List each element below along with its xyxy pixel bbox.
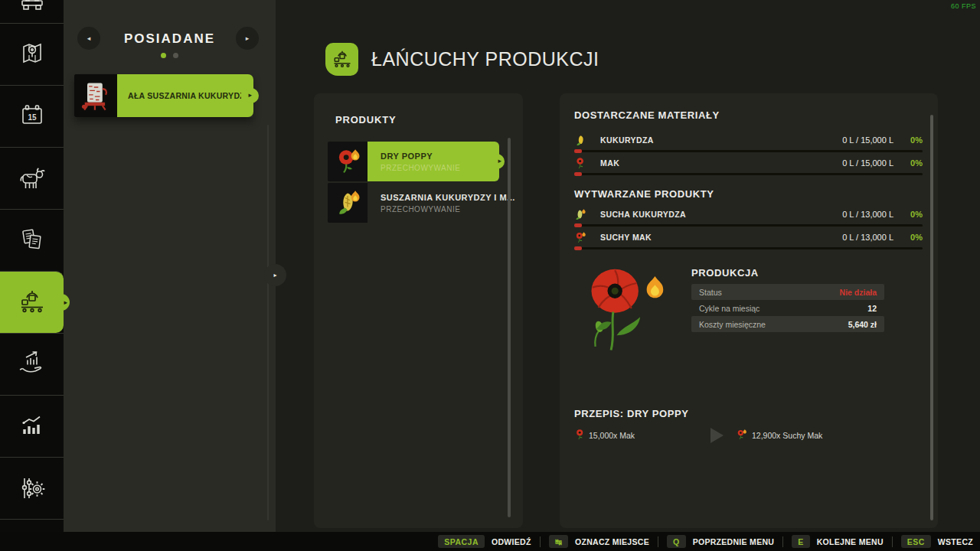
corn-icon: [574, 134, 587, 147]
production-chains-icon: [17, 287, 47, 318]
product-item-title: SUSZARNIA KUKURYDZY I M...: [381, 193, 515, 202]
hint-back[interactable]: ESC WSTECZ: [901, 535, 973, 548]
hint-mark-place[interactable]: ↹ OZNACZ MIEJSCE: [549, 535, 649, 548]
recipe-arrow-icon: [710, 428, 724, 443]
material-percent: 0%: [893, 158, 923, 168]
product-list-item-suszarnia[interactable]: SUSZARNIA KUKURYDZY I M... PRZECHOWYWANI…: [328, 183, 499, 223]
page-dot-active: [161, 53, 166, 58]
owned-scrollbar[interactable]: [267, 125, 269, 520]
product-item-arrow-icon: ▸: [498, 157, 501, 165]
page-dot: [173, 53, 178, 58]
material-progress-bar: [574, 173, 923, 175]
dry-corn-icon: [334, 189, 361, 217]
page-header: ŁAŃCUCHY PRODUKCJI: [325, 43, 599, 76]
details-scrollbar[interactable]: [930, 115, 933, 520]
material-amount: 0 L / 13,000 L: [842, 210, 893, 219]
material-name: MAK: [600, 158, 619, 168]
selected-tab-arrow-icon: ▸: [64, 298, 67, 307]
owned-item-arrow-icon: ▸: [248, 91, 252, 99]
sidebar: 15: [0, 0, 64, 532]
hint-next-menu[interactable]: E KOLEJNE MENU: [792, 535, 884, 548]
outputs-section-title: WYTWARZANE PRODUKTY: [574, 188, 714, 200]
product-item-title: DRY POPPY: [381, 152, 499, 161]
sidebar-item-animals[interactable]: [0, 147, 64, 209]
map-icon: [17, 39, 47, 70]
recipe-input-label: 15,000x Mak: [589, 431, 635, 440]
material-amount: 0 L / 15,000 L: [842, 135, 893, 145]
production-row-label: Cykle na miesiąc: [699, 304, 760, 313]
keycap-esc: ESC: [901, 535, 931, 548]
hint-divider: [782, 536, 783, 547]
contracts-icon: [17, 225, 47, 256]
sidebar-item-contracts[interactable]: [0, 209, 64, 271]
products-panel: PRODUKTY DRY POPPY PRZECHOWYWANIE ▸: [314, 93, 523, 528]
production-row-costs: Koszty miesięczne 5,640 zł: [691, 316, 884, 332]
sidebar-item-settings[interactable]: [0, 457, 64, 519]
product-item-body: SUSZARNIA KUKURYDZY I M... PRZECHOWYWANI…: [368, 183, 515, 223]
material-row-sucha-kukurydza: SUCHA KUKURYDZA 0 L / 13,000 L 0%: [574, 207, 923, 222]
sidebar-item-map[interactable]: [0, 23, 64, 85]
finances-icon: [17, 349, 47, 380]
panel-expand-handle[interactable]: ▸: [264, 264, 286, 286]
production-chains-screen: 60 FPS: [0, 0, 980, 551]
inputs-section-title: DOSTARCZANE MATERIAŁY: [574, 109, 720, 121]
material-progress-bar: [574, 247, 923, 249]
bottom-hint-bar: SPACJA ODWIEDŹ ↹ OZNACZ MIEJSCE Q POPRZE…: [0, 532, 980, 551]
vehicles-icon: [17, 0, 47, 23]
production-status-value: Nie działa: [840, 288, 877, 297]
settings-icon: [17, 473, 47, 504]
product-thumbnail: [328, 183, 368, 223]
product-list-item-dry-poppy[interactable]: DRY POPPY PRZECHOWYWANIE ▸: [328, 142, 499, 181]
product-thumbnail: [328, 142, 368, 181]
material-name: SUCHA KUKURYDZA: [600, 210, 686, 219]
svg-text:15: 15: [28, 113, 37, 122]
fps-counter: 60 FPS: [951, 2, 976, 10]
production-section-title: PRODUKCJA: [691, 267, 759, 279]
production-table: Status Nie działa Cykle na miesiąc 12 Ko…: [691, 284, 884, 332]
hint-label: WSTECZ: [938, 537, 973, 546]
sidebar-item-statistics[interactable]: [0, 395, 64, 457]
hint-label: POPRZEDNIE MENU: [693, 537, 775, 546]
owned-item-thumbnail: [74, 74, 117, 117]
keycap-q: Q: [667, 535, 686, 548]
hint-previous-menu[interactable]: Q POPRZEDNIE MENU: [667, 535, 774, 548]
keycap-space: SPACJA: [438, 535, 485, 548]
production-cycles-value: 12: [867, 304, 877, 313]
sidebar-item-vehicles[interactable]: [0, 0, 64, 23]
owned-page-dots: [64, 53, 276, 58]
dry-poppy-image: [582, 264, 678, 360]
hint-visit[interactable]: SPACJA ODWIEDŹ: [438, 535, 531, 548]
material-percent: 0%: [893, 135, 923, 145]
product-item-body: DRY POPPY PRZECHOWYWANIE ▸: [368, 142, 499, 181]
material-row-mak: MAK 0 L / 15,000 L 0%: [574, 155, 923, 171]
sidebar-item-finances[interactable]: [0, 333, 64, 395]
owned-list-item[interactable]: AŁA SUSZARNIA KUKURYDZY, ▸: [74, 74, 253, 117]
hint-divider: [892, 536, 893, 547]
hint-label: OZNACZ MIEJSCE: [575, 537, 649, 546]
material-name: KUKURYDZA: [600, 135, 654, 145]
material-amount: 0 L / 15,000 L: [842, 158, 893, 168]
details-panel: DOSTARCZANE MATERIAŁY KUKURYDZA 0 L / 15…: [560, 93, 938, 528]
sidebar-item-production-chains[interactable]: ▸: [0, 271, 64, 333]
product-item-subtitle: PRZECHOWYWANIE: [381, 205, 515, 214]
products-scrollbar[interactable]: [508, 138, 511, 517]
production-row-label: Status: [699, 288, 722, 297]
owned-item-label-area: AŁA SUSZARNIA KUKURYDZY, ▸: [117, 74, 253, 117]
hint-divider: [540, 536, 541, 547]
production-costs-value: 5,640 zł: [848, 320, 877, 329]
sidebar-item-calendar[interactable]: 15: [0, 85, 64, 147]
owned-next-button[interactable]: ▸: [236, 27, 259, 50]
recipe-row: 15,000x Mak 12,900x Suchy Mak: [574, 427, 923, 444]
material-percent: 0%: [893, 210, 923, 219]
production-row-cycles: Cykle na miesiąc 12: [691, 300, 884, 316]
material-amount: 0 L / 13,000 L: [842, 233, 893, 242]
cow-icon: [17, 163, 47, 194]
material-row-suchy-mak: SUCHY MAK 0 L / 13,000 L 0%: [574, 230, 923, 245]
hint-divider: [658, 536, 658, 547]
owned-panel: ◂ POSIADANE ▸ AŁA SUSZARNIA KUKURYDZY, ▸: [64, 0, 276, 532]
dry-poppy-icon: [574, 231, 587, 244]
material-row-kukurydza: KUKURYDZA 0 L / 15,000 L 0%: [574, 132, 923, 148]
page-title: ŁAŃCUCHY PRODUKCJI: [371, 48, 599, 70]
production-row-label: Koszty miesięczne: [699, 320, 766, 329]
recipe-output-label: 12,900x Suchy Mak: [752, 431, 822, 440]
